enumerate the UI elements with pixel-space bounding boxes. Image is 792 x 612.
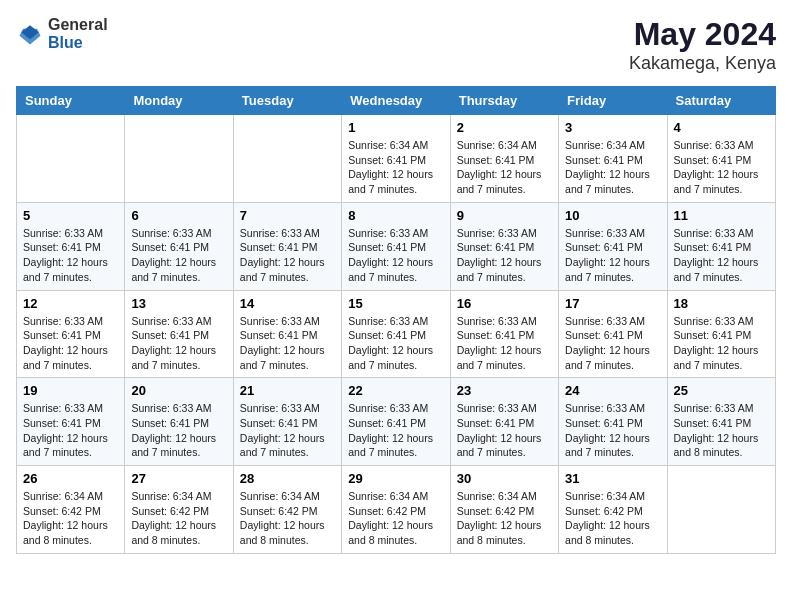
day-number: 27 bbox=[131, 471, 226, 486]
day-number: 21 bbox=[240, 383, 335, 398]
day-info: Sunrise: 6:34 AM Sunset: 6:42 PM Dayligh… bbox=[240, 489, 335, 548]
calendar-cell: 26Sunrise: 6:34 AM Sunset: 6:42 PM Dayli… bbox=[17, 466, 125, 554]
calendar-cell: 13Sunrise: 6:33 AM Sunset: 6:41 PM Dayli… bbox=[125, 290, 233, 378]
calendar-cell: 31Sunrise: 6:34 AM Sunset: 6:42 PM Dayli… bbox=[559, 466, 667, 554]
day-number: 19 bbox=[23, 383, 118, 398]
day-info: Sunrise: 6:34 AM Sunset: 6:41 PM Dayligh… bbox=[348, 138, 443, 197]
calendar-cell: 28Sunrise: 6:34 AM Sunset: 6:42 PM Dayli… bbox=[233, 466, 341, 554]
day-number: 23 bbox=[457, 383, 552, 398]
weekday-header: Monday bbox=[125, 87, 233, 115]
weekday-header: Tuesday bbox=[233, 87, 341, 115]
day-info: Sunrise: 6:33 AM Sunset: 6:41 PM Dayligh… bbox=[674, 314, 769, 373]
calendar-cell: 29Sunrise: 6:34 AM Sunset: 6:42 PM Dayli… bbox=[342, 466, 450, 554]
day-info: Sunrise: 6:33 AM Sunset: 6:41 PM Dayligh… bbox=[565, 401, 660, 460]
day-info: Sunrise: 6:33 AM Sunset: 6:41 PM Dayligh… bbox=[240, 226, 335, 285]
day-number: 18 bbox=[674, 296, 769, 311]
calendar-week-row: 26Sunrise: 6:34 AM Sunset: 6:42 PM Dayli… bbox=[17, 466, 776, 554]
calendar-cell bbox=[125, 115, 233, 203]
day-number: 12 bbox=[23, 296, 118, 311]
calendar-cell: 21Sunrise: 6:33 AM Sunset: 6:41 PM Dayli… bbox=[233, 378, 341, 466]
day-info: Sunrise: 6:33 AM Sunset: 6:41 PM Dayligh… bbox=[131, 401, 226, 460]
day-info: Sunrise: 6:34 AM Sunset: 6:41 PM Dayligh… bbox=[565, 138, 660, 197]
calendar-cell bbox=[667, 466, 775, 554]
day-info: Sunrise: 6:33 AM Sunset: 6:41 PM Dayligh… bbox=[457, 401, 552, 460]
logo: General Blue bbox=[16, 16, 108, 51]
weekday-header: Wednesday bbox=[342, 87, 450, 115]
day-info: Sunrise: 6:33 AM Sunset: 6:41 PM Dayligh… bbox=[565, 314, 660, 373]
day-number: 25 bbox=[674, 383, 769, 398]
calendar-cell: 12Sunrise: 6:33 AM Sunset: 6:41 PM Dayli… bbox=[17, 290, 125, 378]
title-block: May 2024 Kakamega, Kenya bbox=[629, 16, 776, 74]
weekday-header: Thursday bbox=[450, 87, 558, 115]
day-info: Sunrise: 6:33 AM Sunset: 6:41 PM Dayligh… bbox=[565, 226, 660, 285]
calendar-cell: 15Sunrise: 6:33 AM Sunset: 6:41 PM Dayli… bbox=[342, 290, 450, 378]
calendar-cell: 20Sunrise: 6:33 AM Sunset: 6:41 PM Dayli… bbox=[125, 378, 233, 466]
day-number: 6 bbox=[131, 208, 226, 223]
day-number: 28 bbox=[240, 471, 335, 486]
logo-icon bbox=[16, 20, 44, 48]
calendar-cell: 16Sunrise: 6:33 AM Sunset: 6:41 PM Dayli… bbox=[450, 290, 558, 378]
day-number: 13 bbox=[131, 296, 226, 311]
day-number: 1 bbox=[348, 120, 443, 135]
weekday-header: Saturday bbox=[667, 87, 775, 115]
calendar-cell: 19Sunrise: 6:33 AM Sunset: 6:41 PM Dayli… bbox=[17, 378, 125, 466]
day-number: 8 bbox=[348, 208, 443, 223]
day-info: Sunrise: 6:34 AM Sunset: 6:42 PM Dayligh… bbox=[457, 489, 552, 548]
day-info: Sunrise: 6:33 AM Sunset: 6:41 PM Dayligh… bbox=[23, 314, 118, 373]
calendar-cell: 11Sunrise: 6:33 AM Sunset: 6:41 PM Dayli… bbox=[667, 202, 775, 290]
calendar-cell: 6Sunrise: 6:33 AM Sunset: 6:41 PM Daylig… bbox=[125, 202, 233, 290]
calendar-cell: 1Sunrise: 6:34 AM Sunset: 6:41 PM Daylig… bbox=[342, 115, 450, 203]
calendar-cell: 10Sunrise: 6:33 AM Sunset: 6:41 PM Dayli… bbox=[559, 202, 667, 290]
calendar-week-row: 12Sunrise: 6:33 AM Sunset: 6:41 PM Dayli… bbox=[17, 290, 776, 378]
day-number: 4 bbox=[674, 120, 769, 135]
day-info: Sunrise: 6:33 AM Sunset: 6:41 PM Dayligh… bbox=[674, 226, 769, 285]
day-number: 31 bbox=[565, 471, 660, 486]
calendar-cell bbox=[17, 115, 125, 203]
day-number: 2 bbox=[457, 120, 552, 135]
day-info: Sunrise: 6:34 AM Sunset: 6:42 PM Dayligh… bbox=[23, 489, 118, 548]
logo-text: General Blue bbox=[48, 16, 108, 51]
logo-blue-text: Blue bbox=[48, 34, 108, 52]
calendar-cell: 30Sunrise: 6:34 AM Sunset: 6:42 PM Dayli… bbox=[450, 466, 558, 554]
day-info: Sunrise: 6:33 AM Sunset: 6:41 PM Dayligh… bbox=[23, 226, 118, 285]
location-title: Kakamega, Kenya bbox=[629, 53, 776, 74]
day-number: 26 bbox=[23, 471, 118, 486]
day-info: Sunrise: 6:33 AM Sunset: 6:41 PM Dayligh… bbox=[240, 401, 335, 460]
calendar-cell: 17Sunrise: 6:33 AM Sunset: 6:41 PM Dayli… bbox=[559, 290, 667, 378]
calendar-cell: 27Sunrise: 6:34 AM Sunset: 6:42 PM Dayli… bbox=[125, 466, 233, 554]
day-number: 20 bbox=[131, 383, 226, 398]
day-number: 24 bbox=[565, 383, 660, 398]
calendar-cell: 7Sunrise: 6:33 AM Sunset: 6:41 PM Daylig… bbox=[233, 202, 341, 290]
day-info: Sunrise: 6:33 AM Sunset: 6:41 PM Dayligh… bbox=[240, 314, 335, 373]
day-info: Sunrise: 6:33 AM Sunset: 6:41 PM Dayligh… bbox=[674, 401, 769, 460]
logo-general-text: General bbox=[48, 16, 108, 34]
day-number: 30 bbox=[457, 471, 552, 486]
calendar-cell: 14Sunrise: 6:33 AM Sunset: 6:41 PM Dayli… bbox=[233, 290, 341, 378]
day-number: 11 bbox=[674, 208, 769, 223]
calendar-header-row: SundayMondayTuesdayWednesdayThursdayFrid… bbox=[17, 87, 776, 115]
day-info: Sunrise: 6:33 AM Sunset: 6:41 PM Dayligh… bbox=[131, 226, 226, 285]
day-info: Sunrise: 6:34 AM Sunset: 6:42 PM Dayligh… bbox=[131, 489, 226, 548]
calendar-table: SundayMondayTuesdayWednesdayThursdayFrid… bbox=[16, 86, 776, 554]
calendar-week-row: 1Sunrise: 6:34 AM Sunset: 6:41 PM Daylig… bbox=[17, 115, 776, 203]
day-info: Sunrise: 6:33 AM Sunset: 6:41 PM Dayligh… bbox=[131, 314, 226, 373]
calendar-cell: 18Sunrise: 6:33 AM Sunset: 6:41 PM Dayli… bbox=[667, 290, 775, 378]
day-info: Sunrise: 6:33 AM Sunset: 6:41 PM Dayligh… bbox=[674, 138, 769, 197]
day-number: 16 bbox=[457, 296, 552, 311]
day-number: 5 bbox=[23, 208, 118, 223]
calendar-cell: 2Sunrise: 6:34 AM Sunset: 6:41 PM Daylig… bbox=[450, 115, 558, 203]
day-info: Sunrise: 6:34 AM Sunset: 6:42 PM Dayligh… bbox=[348, 489, 443, 548]
day-number: 7 bbox=[240, 208, 335, 223]
day-number: 17 bbox=[565, 296, 660, 311]
page-header: General Blue May 2024 Kakamega, Kenya bbox=[16, 16, 776, 74]
day-number: 29 bbox=[348, 471, 443, 486]
day-number: 15 bbox=[348, 296, 443, 311]
calendar-week-row: 19Sunrise: 6:33 AM Sunset: 6:41 PM Dayli… bbox=[17, 378, 776, 466]
calendar-cell bbox=[233, 115, 341, 203]
weekday-header: Friday bbox=[559, 87, 667, 115]
calendar-cell: 8Sunrise: 6:33 AM Sunset: 6:41 PM Daylig… bbox=[342, 202, 450, 290]
day-info: Sunrise: 6:33 AM Sunset: 6:41 PM Dayligh… bbox=[457, 314, 552, 373]
weekday-header: Sunday bbox=[17, 87, 125, 115]
day-number: 9 bbox=[457, 208, 552, 223]
calendar-cell: 3Sunrise: 6:34 AM Sunset: 6:41 PM Daylig… bbox=[559, 115, 667, 203]
